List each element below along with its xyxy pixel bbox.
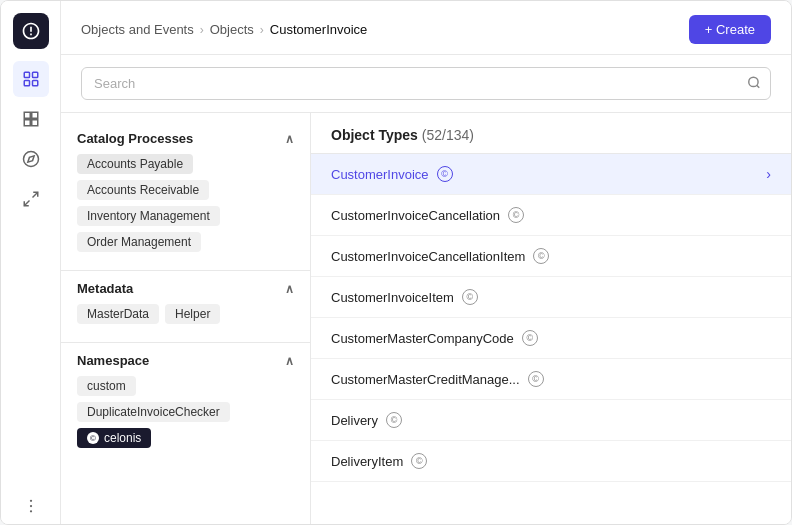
svg-line-10: [32, 192, 37, 197]
more-icon-btn[interactable]: [13, 488, 49, 524]
compass-icon-btn[interactable]: [13, 141, 49, 177]
namespace-label: Namespace: [77, 353, 149, 368]
object-type-icon: ©: [386, 412, 402, 428]
catalog-processes-header[interactable]: Catalog Processes ∧: [77, 121, 294, 154]
svg-rect-0: [24, 72, 29, 77]
object-types-title: Object Types: [331, 127, 418, 143]
object-type-customermastercompanycode[interactable]: CustomerMasterCompanyCode ©: [311, 318, 791, 359]
filter-panel: Catalog Processes ∧ Accounts Payable Acc…: [61, 113, 311, 524]
search-bar-container: [61, 55, 791, 113]
svg-rect-3: [32, 81, 37, 86]
object-type-left: CustomerMasterCreditManage... ©: [331, 371, 544, 387]
object-type-name: CustomerInvoiceCancellationItem: [331, 249, 525, 264]
tag-inventory-management[interactable]: Inventory Management: [77, 206, 220, 226]
object-type-name: Delivery: [331, 413, 378, 428]
main-content: Objects and Events › Objects › CustomerI…: [61, 1, 791, 524]
header: Objects and Events › Objects › CustomerI…: [61, 1, 791, 55]
object-type-icon: ©: [508, 207, 524, 223]
object-types-count: (52/134): [422, 127, 474, 143]
object-type-chevron-icon: ›: [766, 166, 771, 182]
svg-point-13: [29, 505, 31, 507]
tag-accounts-receivable[interactable]: Accounts Receivable: [77, 180, 209, 200]
object-type-icon: ©: [411, 453, 427, 469]
tag-custom[interactable]: custom: [77, 376, 136, 396]
object-type-delivery[interactable]: Delivery ©: [311, 400, 791, 441]
svg-point-8: [23, 152, 38, 167]
search-icon: [747, 75, 761, 92]
object-type-left: CustomerInvoice ©: [331, 166, 453, 182]
expand-icon-btn[interactable]: [13, 181, 49, 217]
metadata-tags: MasterData Helper: [77, 304, 294, 334]
object-type-name: CustomerInvoice: [331, 167, 429, 182]
object-type-customerinvoicecancellationitem[interactable]: CustomerInvoiceCancellationItem ©: [311, 236, 791, 277]
tag-celonis[interactable]: © celonis: [77, 428, 151, 448]
celonis-tag-label: celonis: [104, 431, 141, 445]
create-button[interactable]: + Create: [689, 15, 771, 44]
celonis-badge-icon: ©: [87, 432, 99, 444]
object-type-left: CustomerInvoiceItem ©: [331, 289, 478, 305]
object-type-name: CustomerInvoiceCancellation: [331, 208, 500, 223]
catalog-chevron-icon: ∧: [285, 132, 294, 146]
tag-accounts-payable[interactable]: Accounts Payable: [77, 154, 193, 174]
tag-helper[interactable]: Helper: [165, 304, 220, 324]
svg-point-15: [749, 77, 758, 86]
catalog-processes-label: Catalog Processes: [77, 131, 193, 146]
svg-line-16: [757, 85, 760, 88]
object-type-name: CustomerInvoiceItem: [331, 290, 454, 305]
filter-section-namespace: Namespace ∧ custom DuplicateInvoiceCheck…: [61, 343, 310, 458]
breadcrumb-sep-2: ›: [260, 23, 264, 37]
scan-icon-btn[interactable]: [13, 61, 49, 97]
breadcrumb-objects[interactable]: Objects: [210, 22, 254, 37]
catalog-tags: Accounts Payable Accounts Receivable Inv…: [77, 154, 294, 262]
object-type-icon: ©: [462, 289, 478, 305]
object-type-icon: ©: [528, 371, 544, 387]
breadcrumb-sep-1: ›: [200, 23, 204, 37]
svg-rect-4: [24, 112, 30, 118]
breadcrumb: Objects and Events › Objects › CustomerI…: [81, 22, 367, 37]
breadcrumb-objects-events[interactable]: Objects and Events: [81, 22, 194, 37]
object-type-left: Delivery ©: [331, 412, 402, 428]
object-type-customerinvoice[interactable]: CustomerInvoice © ›: [311, 154, 791, 195]
svg-rect-5: [31, 112, 37, 118]
object-types-panel: Object Types (52/134) CustomerInvoice © …: [311, 113, 791, 524]
metadata-label: Metadata: [77, 281, 133, 296]
svg-line-11: [24, 201, 29, 206]
object-type-name: CustomerMasterCompanyCode: [331, 331, 514, 346]
tag-masterdata[interactable]: MasterData: [77, 304, 159, 324]
object-type-left: CustomerMasterCompanyCode ©: [331, 330, 538, 346]
tag-duplicate-invoice[interactable]: DuplicateInvoiceChecker: [77, 402, 230, 422]
breadcrumb-current: CustomerInvoice: [270, 22, 368, 37]
grid-icon-btn[interactable]: [13, 101, 49, 137]
object-type-customerinvoiceitem[interactable]: CustomerInvoiceItem ©: [311, 277, 791, 318]
object-type-icon: ©: [533, 248, 549, 264]
svg-marker-9: [27, 156, 33, 162]
object-types-header: Object Types (52/134): [311, 113, 791, 154]
app-container: Objects and Events › Objects › CustomerI…: [0, 0, 792, 525]
filter-section-catalog: Catalog Processes ∧ Accounts Payable Acc…: [61, 121, 310, 262]
svg-point-14: [29, 510, 31, 512]
namespace-tags: custom DuplicateInvoiceChecker © celonis: [77, 376, 294, 458]
object-type-customerinvoicecancellation[interactable]: CustomerInvoiceCancellation ©: [311, 195, 791, 236]
svg-point-12: [29, 500, 31, 502]
metadata-header[interactable]: Metadata ∧: [77, 271, 294, 304]
search-bar: [81, 67, 771, 100]
icon-sidebar: [1, 1, 61, 524]
app-logo[interactable]: [13, 13, 49, 49]
object-type-left: DeliveryItem ©: [331, 453, 427, 469]
namespace-header[interactable]: Namespace ∧: [77, 343, 294, 376]
object-type-deliveryitem[interactable]: DeliveryItem ©: [311, 441, 791, 482]
object-type-left: CustomerInvoiceCancellationItem ©: [331, 248, 549, 264]
object-type-left: CustomerInvoiceCancellation ©: [331, 207, 524, 223]
svg-rect-2: [24, 81, 29, 86]
object-type-customermastercreditmanage[interactable]: CustomerMasterCreditManage... ©: [311, 359, 791, 400]
content-panels: Catalog Processes ∧ Accounts Payable Acc…: [61, 113, 791, 524]
tag-order-management[interactable]: Order Management: [77, 232, 201, 252]
metadata-chevron-icon: ∧: [285, 282, 294, 296]
search-input[interactable]: [81, 67, 771, 100]
svg-rect-6: [24, 120, 30, 126]
object-type-icon: ©: [522, 330, 538, 346]
object-type-name: CustomerMasterCreditManage...: [331, 372, 520, 387]
svg-rect-1: [32, 72, 37, 77]
svg-rect-7: [31, 120, 37, 126]
namespace-chevron-icon: ∧: [285, 354, 294, 368]
